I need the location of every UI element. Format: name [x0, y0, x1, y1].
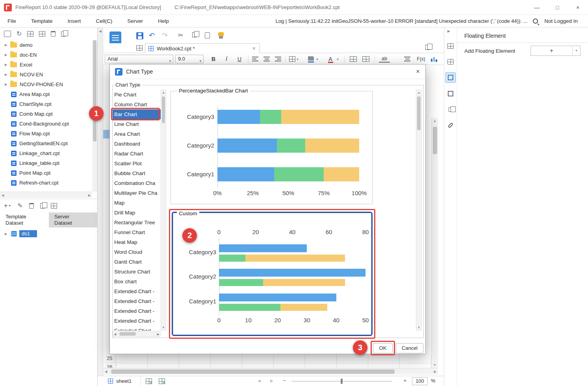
tree-file-row[interactable]: Linkage_chart.cpt — [0, 148, 92, 158]
scroll-up-icon[interactable]: ▲ — [416, 91, 421, 94]
chart-list-hscrollbar[interactable]: ◀ ▶ — [113, 331, 161, 337]
redo-icon[interactable]: ↷ — [162, 31, 168, 39]
chart-type-item[interactable]: Funnel Chart — [113, 227, 161, 237]
tree-file-row[interactable]: GettingStartedEN.cpt — [0, 139, 92, 148]
close-button[interactable]: × — [568, 0, 588, 15]
chart-type-item[interactable]: Multilayer Pie Cha — [113, 188, 161, 198]
chart-list-hscroll-thumb[interactable] — [119, 332, 136, 336]
tree-folder-row[interactable]: ▶NCOV-PHONE-EN — [0, 79, 92, 89]
caret-down-icon[interactable]: ▼ — [296, 58, 299, 61]
font-size-select[interactable]: 9.0 ▼ — [175, 55, 204, 63]
menu-item[interactable]: Insert — [60, 15, 89, 27]
zoom-out-button[interactable]: − — [283, 377, 286, 384]
scroll-down-icon[interactable]: ▼ — [161, 326, 166, 329]
dataset-settings-icon[interactable] — [51, 203, 57, 209]
scroll-down-icon[interactable]: ▼ — [416, 326, 421, 329]
chart-type-item[interactable]: Rectangular Tree — [113, 218, 161, 227]
scroll-up-icon[interactable]: ▲ — [432, 119, 438, 123]
cell-attributes-icon[interactable] — [445, 41, 456, 51]
add-floating-element-button[interactable]: + ▼ — [530, 46, 581, 56]
tree-file-row[interactable]: Flow Map.cpt — [0, 129, 92, 139]
add-dataset-button[interactable]: +▼ — [4, 202, 11, 209]
insert-chart-icon[interactable] — [431, 56, 437, 62]
menu-item[interactable]: Cell(C) — [88, 15, 120, 27]
sheet-horizontal-scrollbar[interactable]: ◀ ▶ — [103, 368, 438, 375]
dataset-row[interactable]: ▶ ds1 — [0, 229, 98, 238]
paste-icon[interactable] — [205, 32, 210, 39]
panel-collapse-strip[interactable]: ◀ — [98, 28, 103, 376]
dialog-close-button[interactable]: × — [416, 68, 420, 76]
chart-type-item[interactable]: Line Chart — [113, 119, 161, 129]
switch-directory-icon[interactable] — [4, 31, 11, 37]
menu-item[interactable]: Help — [150, 15, 176, 27]
dialog-title-bar[interactable]: Chart Type × — [110, 65, 425, 79]
dataset-tab[interactable]: TemplateDataset — [0, 212, 49, 227]
cancel-button[interactable]: Cancel — [396, 343, 423, 353]
scroll-right-icon[interactable]: ▶ — [157, 332, 160, 336]
align-right-icon[interactable] — [275, 57, 281, 61]
zoom-input[interactable]: 100 — [412, 377, 428, 385]
chart-type-item[interactable]: Heat Map — [113, 237, 161, 247]
merge-cells-icon[interactable] — [350, 56, 357, 62]
expand-arrow-icon[interactable]: ▶ — [3, 73, 9, 76]
expand-arrow-icon[interactable]: ▶ — [3, 63, 9, 66]
chart-type-item[interactable]: Pie Chart — [113, 90, 161, 100]
align-left-icon[interactable] — [252, 57, 258, 61]
chart-type-item[interactable]: Radar Chart — [113, 149, 161, 159]
tree-file-row[interactable]: Cond-Background.cpt — [0, 119, 92, 129]
scroll-left-icon[interactable]: ◀ — [0, 194, 6, 197]
minimize-button[interactable]: — — [527, 0, 547, 15]
ok-button[interactable]: OK — [373, 343, 393, 353]
scroll-left-icon[interactable]: ◀ — [114, 332, 116, 336]
expand-arrow-icon[interactable]: ▶ — [3, 53, 9, 57]
dataset-tab[interactable]: ServerDataset — [49, 212, 98, 227]
expand-arrow-icon[interactable]: ▶ — [3, 83, 9, 86]
log-status-text[interactable]: Log | Seriously:11:42:22 initGeoJSON-55-… — [276, 18, 528, 24]
sheet-grid[interactable] — [116, 354, 431, 368]
chart-type-item[interactable]: Box chart — [113, 277, 161, 286]
tree-file-row[interactable]: Area Map.cpt — [0, 89, 92, 99]
delete-icon[interactable] — [51, 31, 56, 37]
expand-arrow-icon[interactable]: ▶ — [3, 43, 9, 47]
align-center-icon[interactable] — [263, 57, 270, 61]
preview-vscrollbar[interactable]: ▲ ▼ — [416, 90, 422, 331]
tree-file-row[interactable]: ChartStyle.cpt — [0, 99, 92, 109]
scroll-right-icon[interactable]: ▶ — [87, 194, 92, 197]
search-icon[interactable] — [533, 18, 538, 24]
refresh-icon[interactable]: ↻ — [17, 31, 22, 37]
menu-item[interactable]: Server — [120, 15, 150, 27]
tree-scrollbar-thumb[interactable] — [93, 40, 96, 142]
bold-button[interactable]: B — [209, 55, 218, 63]
sheet-vertical-scrollbar[interactable]: ▲ ▼ — [431, 118, 438, 368]
chart-type-item[interactable]: Map — [113, 198, 161, 208]
sheet-vscroll-thumb[interactable] — [433, 127, 437, 154]
italic-button[interactable]: I — [222, 55, 231, 63]
chart-type-item[interactable]: Extended Chart - — [113, 316, 161, 326]
preview-dataset-icon[interactable] — [40, 203, 45, 209]
cell-element-icon[interactable] — [445, 57, 456, 67]
chart-list-scroll-thumb[interactable] — [162, 96, 165, 123]
cut-icon[interactable]: ✂ — [178, 31, 183, 39]
delete-dataset-icon[interactable] — [29, 203, 34, 209]
preview-scroll-thumb[interactable] — [417, 96, 421, 130]
maximize-button[interactable]: □ — [547, 0, 568, 15]
stackedbar-preview-box[interactable]: Category3Category2Category10%25%50%75%10… — [171, 91, 373, 204]
copy-icon[interactable] — [192, 32, 197, 37]
tree-file-row[interactable]: Refresh-chart.cpt — [0, 178, 92, 188]
scroll-up-icon[interactable]: ▲ — [161, 91, 166, 94]
tree-folder-row[interactable]: ▶doc-EN — [0, 50, 92, 60]
sheet-tab[interactable]: sheet1 — [103, 376, 141, 386]
chart-type-item[interactable]: Area Chart — [113, 129, 161, 139]
chart-type-item[interactable]: Word Cloud — [113, 247, 161, 257]
format-painter-icon[interactable] — [218, 32, 224, 36]
sheet-hscroll-thumb[interactable] — [111, 369, 395, 374]
dataset-name[interactable]: ds1 — [19, 230, 37, 237]
unmerge-cells-icon[interactable] — [362, 56, 369, 62]
hyperlink-icon[interactable] — [445, 120, 456, 130]
text-wrap-button[interactable]: ab — [379, 55, 390, 63]
chart-type-item[interactable]: Scatter Plot — [113, 159, 161, 168]
tree-folder-row[interactable]: ▶NCOV-EN — [0, 70, 92, 79]
chart-type-item[interactable]: Gantt Chart — [113, 257, 161, 267]
tree-folder-row[interactable]: ▶Excel — [0, 60, 92, 70]
formula-lines-icon[interactable] — [404, 57, 410, 61]
